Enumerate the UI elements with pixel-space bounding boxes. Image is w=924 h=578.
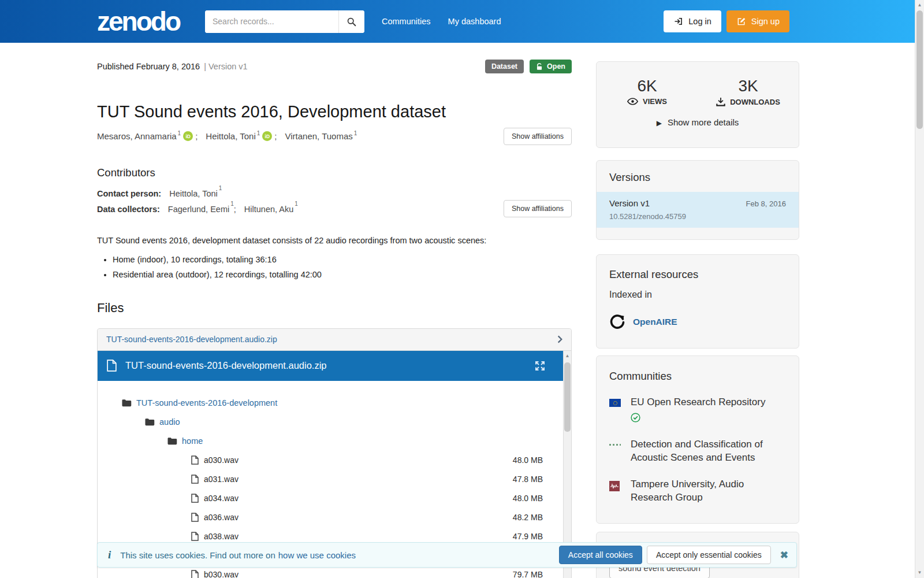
downloads-label: DOWNLOADS — [730, 98, 780, 106]
page-scrollbar[interactable]: ▲ ▼ — [915, 0, 924, 578]
creator: Virtanen, Tuomas1 — [285, 131, 357, 141]
sign-in-icon — [673, 17, 683, 26]
file-size: 47.9 MB — [513, 532, 543, 541]
file-icon — [191, 570, 199, 578]
creator: Heittola, Toni1 iD ; — [206, 131, 277, 141]
community-item[interactable]: Tampere University, Audio Research Group — [609, 478, 786, 505]
signup-label: Sign up — [751, 17, 780, 26]
access-status-badge[interactable]: Open — [530, 60, 572, 73]
contributor-name: Hiltunen, Aku — [244, 205, 293, 214]
nav-my-dashboard[interactable]: My dashboard — [448, 17, 501, 26]
views-label: VIEWS — [643, 97, 667, 106]
affiliation-sup: 1 — [257, 130, 260, 136]
folder-link[interactable]: audio — [159, 417, 180, 427]
scroll-up-arrow[interactable]: ▲ — [564, 352, 571, 360]
show-affiliations-button[interactable]: Show affiliations — [504, 128, 572, 145]
community-name[interactable]: Tampere University, Audio Research Group — [631, 478, 786, 505]
search-icon — [346, 17, 356, 27]
description-bullet: Home (indoor), 10 recordings, totaling 3… — [113, 254, 572, 266]
folder-icon — [145, 418, 155, 426]
version-info: | Version v1 — [204, 62, 248, 71]
download-icon — [716, 97, 725, 106]
communities-card: Communities EU Open Research Repository — [596, 355, 799, 524]
login-button[interactable]: Log in — [664, 10, 721, 32]
lock-open-icon — [536, 63, 543, 71]
archive-file-link[interactable]: TUT-sound-events-2016-development.audio.… — [106, 335, 557, 344]
contributor-row: Contact person: Heittola, Toni1 — [97, 188, 572, 198]
views-value: 6K — [597, 77, 698, 95]
expand-icon[interactable] — [534, 360, 546, 372]
affiliation-sup: 1 — [178, 130, 181, 136]
resource-type-badge[interactable]: Dataset — [485, 60, 524, 73]
file-icon — [191, 475, 199, 484]
version-row[interactable]: Version v1 Feb 8, 2016 10.5281/zenodo.45… — [597, 192, 799, 228]
external-resources-heading: External resources — [609, 268, 786, 281]
creator-name: Heittola, Toni — [206, 131, 255, 141]
downloads-stat: 3K DOWNLOADS — [698, 77, 799, 106]
file-icon — [191, 513, 199, 522]
openaire-icon — [609, 314, 625, 330]
file-name: b030.wav — [204, 570, 239, 578]
cookie-message: This site uses cookies. Find out more on — [120, 550, 275, 560]
community-name[interactable]: EU Open Research Repository — [631, 396, 765, 409]
community-item[interactable]: EU Open Research Repository — [609, 396, 786, 425]
folder-icon — [167, 437, 177, 445]
contributor-role-label: Contact person: — [97, 189, 161, 198]
record-description: TUT Sound events 2016, development datas… — [97, 235, 572, 281]
file-row: a031.wav 47.8 MB — [191, 470, 543, 489]
communities-heading: Communities — [609, 370, 786, 383]
record-title: TUT Sound events 2016, Development datas… — [97, 102, 572, 121]
record-badges: Dataset Open — [485, 60, 572, 73]
search-input[interactable] — [205, 10, 338, 33]
files-heading: Files — [97, 301, 572, 316]
chevron-right-icon[interactable] — [557, 335, 562, 343]
header-actions: Log in Sign up — [664, 10, 799, 32]
nav-communities[interactable]: Communities — [382, 17, 431, 26]
file-row: a034.wav 48.0 MB — [191, 489, 543, 508]
show-affiliations-button[interactable]: Show affiliations — [504, 200, 572, 217]
community-name[interactable]: Detection and Classification of Acoustic… — [631, 438, 786, 465]
zenodo-logo[interactable]: zenodo — [97, 8, 180, 35]
contributor-name: Heittola, Toni — [169, 189, 218, 198]
folder-icon — [122, 399, 132, 407]
header: zenodo Communities My dashboard — [0, 0, 915, 43]
affiliation-sup: 1 — [295, 201, 298, 207]
scroll-down-arrow[interactable]: ▼ — [915, 569, 924, 577]
versions-heading: Versions — [597, 161, 799, 192]
tampere-community-icon — [609, 481, 620, 491]
preview-header: TUT-sound-events-2016-development.audio.… — [98, 351, 571, 381]
record-main: Published February 8, 2016 | Version v1 … — [97, 43, 572, 578]
preview-scrollbar-thumb[interactable] — [564, 362, 571, 432]
folder-link[interactable]: TUT-sound-events-2016-development — [136, 398, 277, 407]
downloads-label-row: DOWNLOADS — [698, 97, 799, 106]
caret-right-icon: ▶ — [657, 119, 662, 127]
publication-info-row: Published February 8, 2016 | Version v1 … — [97, 60, 572, 73]
access-status-label: Open — [547, 62, 565, 71]
scroll-up-arrow[interactable]: ▲ — [915, 1, 924, 9]
version-date: Feb 8, 2016 — [746, 199, 786, 208]
orcid-icon[interactable]: iD — [262, 131, 272, 141]
community-item[interactable]: Detection and Classification of Acoustic… — [609, 438, 786, 465]
tree-folder-row: audio — [145, 413, 543, 432]
orcid-icon[interactable]: iD — [183, 131, 193, 141]
page-scrollbar-thumb[interactable] — [916, 10, 923, 129]
accept-all-cookies-button[interactable]: Accept all cookies — [559, 546, 642, 564]
file-accordion-row[interactable]: TUT-sound-events-2016-development.audio.… — [98, 329, 571, 351]
stats-row: 6K VIEWS 3K — [597, 77, 799, 106]
version-label[interactable]: Version v1 — [609, 198, 650, 208]
accept-essential-cookies-button[interactable]: Accept only essential cookies — [647, 546, 771, 564]
check-circle-icon — [631, 413, 640, 423]
signup-button[interactable]: Sign up — [726, 10, 789, 32]
creator-separator: ; — [195, 131, 198, 141]
file-size: 48.0 MB — [513, 494, 543, 503]
show-more-details[interactable]: ▶Show more details — [597, 117, 799, 127]
search-button[interactable] — [338, 10, 364, 33]
file-name: a034.wav — [204, 494, 239, 503]
folder-link[interactable]: home — [182, 436, 203, 446]
close-icon[interactable]: ✖ — [780, 550, 788, 560]
openaire-link[interactable]: OpenAIRE — [633, 317, 677, 327]
file-size: 47.8 MB — [513, 475, 543, 484]
tree-folder-row: TUT-sound-events-2016-development — [122, 394, 543, 413]
affiliation-sup: 1 — [219, 185, 222, 191]
cookie-policy-link[interactable]: how we use cookies — [278, 550, 356, 560]
